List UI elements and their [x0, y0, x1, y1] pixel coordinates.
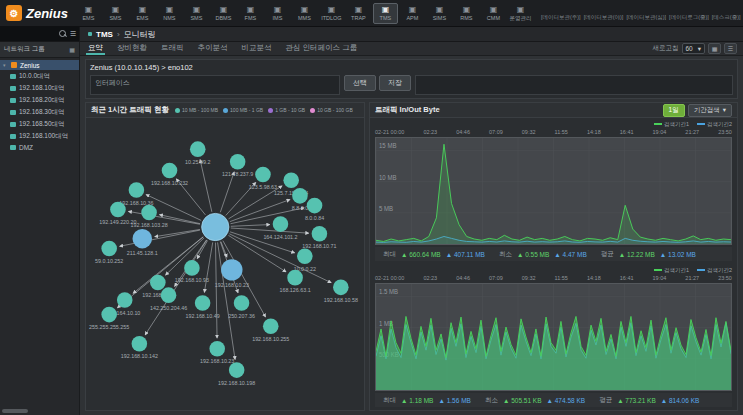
refresh-interval-select[interactable]: 60 ▾	[682, 43, 706, 54]
topo-node[interactable]	[110, 202, 126, 218]
app-item-13[interactable]: ▣SIMS	[427, 3, 452, 24]
tree-caret-icon[interactable]: ▾	[3, 62, 8, 68]
tree-item-1[interactable]: 192.168.10대역	[0, 82, 79, 94]
topo-node[interactable]	[273, 216, 289, 232]
topo-node[interactable]	[101, 241, 117, 257]
interface-box[interactable]: 인터페이스	[90, 75, 340, 95]
topo-node[interactable]	[263, 319, 279, 335]
x-tick: 14:18	[587, 275, 601, 281]
grid-icon[interactable]: ▦	[69, 46, 75, 53]
topo-node[interactable]	[312, 226, 328, 242]
topo-node[interactable]	[133, 229, 152, 248]
app-icon: ▣	[463, 6, 471, 14]
topo-node[interactable]	[234, 295, 250, 311]
tree-item-label: 192.168.10대역	[19, 84, 65, 93]
app-item-16[interactable]: ▣운영관리	[508, 3, 533, 24]
topo-node[interactable]	[161, 287, 177, 303]
topo-node[interactable]	[255, 167, 271, 183]
search-icon[interactable]	[59, 30, 67, 38]
app-item-15[interactable]: ▣CMM	[481, 3, 506, 24]
breadcrumb-app[interactable]: TMS	[96, 30, 113, 39]
tab-5[interactable]: 관심 인터페이스 그룹	[284, 42, 360, 55]
topo-node[interactable]	[333, 280, 349, 296]
topo-node[interactable]	[129, 182, 145, 198]
tree-item-0[interactable]: 10.0.0대역	[0, 70, 79, 82]
app-item-4[interactable]: ▣SMS	[184, 3, 209, 24]
tree-item-2[interactable]: 192.168.20대역	[0, 94, 79, 106]
save-button[interactable]: 저장	[379, 75, 411, 91]
topo-hub-node[interactable]	[202, 213, 229, 240]
quick-link[interactable]: [데이터보관(심)]	[626, 14, 666, 21]
topo-edge	[231, 225, 270, 227]
tree-item-label: 192.168.100대역	[19, 132, 68, 141]
quick-link[interactable]: [테스크(중)]	[712, 14, 741, 21]
app-item-7[interactable]: ▣IMS	[265, 3, 290, 24]
app-item-5[interactable]: ▣DBMS	[211, 3, 236, 24]
topology-legend-item: 100 MB - 1 GB	[223, 107, 263, 113]
topo-node[interactable]	[307, 198, 323, 214]
horizontal-scrollbar[interactable]	[2, 409, 28, 413]
interface-list-area[interactable]	[415, 75, 733, 95]
topo-node[interactable]	[150, 275, 166, 291]
tree-item-3[interactable]: 192.168.30대역	[0, 106, 79, 118]
stat-group: 최대▲ 1.18 MB▲ 1.56 MB	[383, 396, 471, 405]
select-button[interactable]: 선택	[344, 75, 376, 91]
stat-label: 평균	[599, 396, 612, 405]
chevron-down-icon: ▾	[723, 106, 726, 114]
topo-node[interactable]	[184, 260, 200, 276]
topo-node[interactable]	[283, 173, 299, 189]
topo-node[interactable]	[229, 362, 245, 378]
app-item-1[interactable]: ▣SMS	[103, 3, 128, 24]
app-item-11[interactable]: ▣TMS	[373, 3, 398, 24]
x-tick: 21:27	[685, 129, 699, 135]
app-item-14[interactable]: ▣RMS	[454, 3, 479, 24]
tab-3[interactable]: 추이분석	[196, 42, 230, 55]
grid-view-icon[interactable]: ▦	[708, 43, 721, 54]
search-input[interactable]	[3, 31, 56, 38]
quick-link[interactable]: [데이터보관(주)]	[541, 14, 581, 21]
tab-0[interactable]: 요약	[86, 42, 105, 55]
tree-item-6[interactable]: DMZ	[0, 142, 79, 152]
selected-device-path: Zenius (10.0.10.145) > eno102	[90, 63, 733, 72]
tree-root[interactable]: ▾Zenius	[0, 60, 79, 70]
list-icon[interactable]: ☰	[70, 30, 76, 38]
topo-node[interactable]	[195, 295, 211, 311]
app-item-3[interactable]: ▣NMS	[157, 3, 182, 24]
quick-link[interactable]: [데이터보관(야)]	[584, 14, 624, 21]
traffic-chart-bottom: 검색기간1검색기간202-21 00:0002:2304:4607:0909:3…	[370, 264, 737, 410]
topo-node[interactable]	[162, 163, 178, 179]
topo-node-label: 123.5.98.63	[249, 184, 277, 190]
app-item-9[interactable]: ▣ITDLOG	[319, 3, 344, 24]
topo-node[interactable]	[292, 188, 308, 204]
app-item-12[interactable]: ▣APM	[400, 3, 425, 24]
topo-node[interactable]	[209, 341, 225, 357]
topo-node[interactable]	[101, 307, 117, 323]
x-tick: 11:55	[555, 275, 568, 281]
topo-node[interactable]	[117, 292, 133, 308]
one-day-button[interactable]: 1일	[663, 104, 685, 117]
topo-node[interactable]	[132, 336, 148, 352]
app-logo[interactable]: ⚙ Zenius	[6, 5, 68, 21]
tab-2[interactable]: 트래픽	[159, 42, 186, 55]
tree-item-4[interactable]: 192.168.50대역	[0, 118, 79, 130]
topo-node[interactable]	[221, 259, 242, 280]
app-item-8[interactable]: ▣MMS	[292, 3, 317, 24]
tree-item-5[interactable]: 192.168.100대역	[0, 130, 79, 142]
tab-4[interactable]: 비교분석	[240, 42, 274, 55]
topo-edge	[204, 242, 212, 292]
topo-node[interactable]	[287, 270, 303, 286]
period-search-button[interactable]: 기간검색 ▾	[688, 104, 732, 117]
topo-node[interactable]	[297, 248, 313, 264]
quick-link[interactable]: [데이터로그(중)]	[669, 14, 709, 21]
app-item-2[interactable]: ▣EMS	[130, 3, 155, 24]
legend-line-icon	[697, 123, 705, 125]
app-item-6[interactable]: ▣FMS	[238, 3, 263, 24]
list-view-icon[interactable]: ☰	[724, 43, 737, 54]
topo-node[interactable]	[230, 154, 246, 170]
topo-node[interactable]	[190, 141, 206, 157]
tab-1[interactable]: 장비현황	[115, 42, 149, 55]
breadcrumb-page: 모니터링	[124, 29, 156, 40]
app-item-10[interactable]: ▣TRAP	[346, 3, 371, 24]
topo-node[interactable]	[141, 205, 157, 221]
app-item-0[interactable]: ▣EMS	[76, 3, 101, 24]
